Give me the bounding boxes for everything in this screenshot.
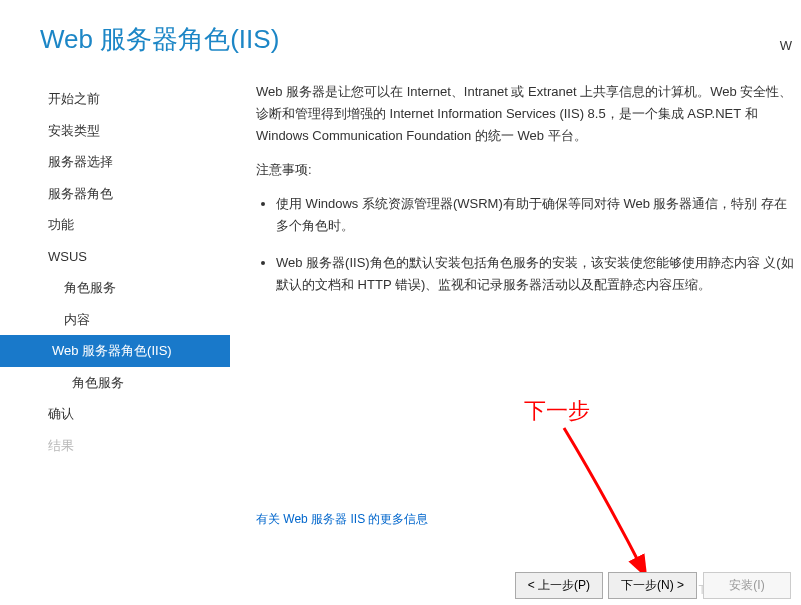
nav-item-before-you-begin[interactable]: 开始之前 — [0, 83, 230, 115]
nav-item-features[interactable]: 功能 — [0, 209, 230, 241]
nav-item-confirm[interactable]: 确认 — [0, 398, 230, 430]
wizard-footer: < 上一步(P) 下一步(N) > 安装(I) — [515, 572, 791, 599]
nav-item-server-roles[interactable]: 服务器角色 — [0, 178, 230, 210]
wizard-content: Web 服务器是让您可以在 Internet、Intranet 或 Extran… — [230, 75, 801, 555]
wizard-body: 开始之前 安装类型 服务器选择 服务器角色 功能 WSUS 角色服务 内容 We… — [0, 75, 801, 555]
install-button: 安装(I) — [703, 572, 791, 599]
next-button[interactable]: 下一步(N) > — [608, 572, 697, 599]
notice-item-wsrm: 使用 Windows 系统资源管理器(WSRM)有助于确保等同对待 Web 服务… — [276, 193, 795, 237]
nav-item-install-type[interactable]: 安装类型 — [0, 115, 230, 147]
nav-item-iis-role-services[interactable]: 角色服务 — [0, 367, 230, 399]
wizard-sidebar: 开始之前 安装类型 服务器选择 服务器角色 功能 WSUS 角色服务 内容 We… — [0, 75, 230, 555]
notice-title: 注意事项: — [256, 159, 795, 181]
page-title: Web 服务器角色(IIS) — [40, 22, 801, 57]
more-info-link[interactable]: 有关 Web 服务器 IIS 的更多信息 — [256, 509, 428, 529]
notice-list: 使用 Windows 系统资源管理器(WSRM)有助于确保等同对待 Web 服务… — [256, 193, 795, 295]
nav-item-wsus[interactable]: WSUS — [0, 241, 230, 273]
nav-item-server-select[interactable]: 服务器选择 — [0, 146, 230, 178]
prev-button[interactable]: < 上一步(P) — [515, 572, 603, 599]
nav-item-wsus-content[interactable]: 内容 — [0, 304, 230, 336]
wizard-header: Web 服务器角色(IIS) — [0, 0, 801, 75]
notice-item-default-install: Web 服务器(IIS)角色的默认安装包括角色服务的安装，该安装使您能够使用静态… — [276, 252, 795, 296]
nav-item-results: 结果 — [0, 430, 230, 462]
intro-paragraph: Web 服务器是让您可以在 Internet、Intranet 或 Extran… — [256, 81, 795, 147]
nav-item-wsus-role-services[interactable]: 角色服务 — [0, 272, 230, 304]
nav-item-web-server-role-iis[interactable]: Web 服务器角色(IIS) — [0, 335, 230, 367]
header-side-text: W — [780, 38, 792, 53]
